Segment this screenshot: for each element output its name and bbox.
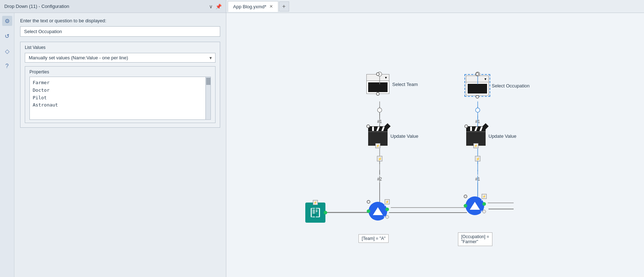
- list-values-dropdown-wrapper: Manually set values (Name:Value - one pe…: [25, 53, 216, 63]
- book-output-connector: [324, 211, 327, 214]
- select-occupation-label: Select Occupation: [492, 83, 530, 88]
- update-value-left-node[interactable]: ⚡ Update Value: [368, 126, 388, 146]
- sidebar-tag-icon[interactable]: ◇: [2, 46, 12, 56]
- condition-label-left: [Team] = "A": [358, 234, 389, 243]
- book-node[interactable]: ⚡: [305, 203, 325, 223]
- select-team-bottom-connector: [376, 92, 380, 96]
- properties-section: Properties Farmer Doctor Pilot Astronaut: [25, 66, 216, 123]
- left-panel: Drop Down (11) - Configuration ∨ 📌 ⚙ ↺ ◇…: [0, 0, 226, 277]
- filter-left-formula-connector: ⚡: [385, 199, 390, 204]
- list-values-dropdown[interactable]: Manually set values (Name:Value - one pe…: [25, 53, 216, 63]
- sidebar-undo-icon[interactable]: ↺: [2, 31, 12, 41]
- collapse-icon[interactable]: ∨: [209, 4, 213, 9]
- add-tab-button[interactable]: +: [279, 1, 289, 12]
- pin-icon[interactable]: 📌: [216, 4, 222, 9]
- svg-text:⚡: ⚡: [476, 157, 480, 161]
- tab-close-button[interactable]: ✕: [269, 4, 273, 9]
- sidebar-help-icon[interactable]: ?: [2, 61, 12, 71]
- filter-right-t-connector: [482, 202, 486, 206]
- filter-left-t-connector: [385, 208, 389, 211]
- filter-right-q-connector: [464, 195, 467, 198]
- update-value-right-id: #1: [475, 177, 480, 182]
- config-text-input[interactable]: [20, 26, 220, 37]
- filter-right-input-connector: [464, 204, 467, 208]
- svg-point-28: [476, 108, 480, 112]
- icon-sidebar: ⚙ ↺ ◇ ?: [0, 13, 14, 277]
- uv-right-q-connector: [464, 124, 468, 128]
- panel-title: Drop Down (11) - Configuration: [4, 4, 69, 9]
- list-values-title: List Values: [25, 45, 216, 50]
- right-panel: App Blog.yxmd* ✕ +: [226, 0, 644, 277]
- svg-rect-19: [315, 208, 316, 217]
- update-value-left-id: #2: [377, 177, 382, 182]
- config-question-label: Enter the text or question to be display…: [20, 18, 220, 23]
- canvas-svg: ⚡ ⚡: [226, 13, 644, 277]
- select-team-top-connector: [376, 72, 380, 76]
- uv-right-formula-connector: ⚡: [473, 143, 478, 148]
- canvas[interactable]: ▼ Select Team #1 ▼: [226, 13, 644, 277]
- filter-left-input-connector: [367, 209, 370, 213]
- book-top-connector: ⚡: [313, 200, 318, 205]
- svg-point-26: [377, 108, 382, 112]
- svg-rect-33: [377, 156, 382, 161]
- tab-bar: App Blog.yxmd* ✕ +: [226, 0, 644, 13]
- tab-label: App Blog.yxmd*: [233, 4, 267, 9]
- condition-text-right: [Occupation] ="Farmer": [461, 234, 489, 244]
- canvas-tab[interactable]: App Blog.yxmd* ✕: [228, 1, 278, 12]
- properties-title: Properties: [29, 69, 211, 74]
- select-team-id: #1: [377, 119, 382, 124]
- filter-left-node[interactable]: ⚡ T F: [369, 202, 387, 221]
- filter-right-f-connector: [482, 210, 486, 213]
- filter-right-formula-connector: ⚡: [482, 194, 487, 199]
- select-occupation-bottom-connector: [476, 95, 479, 99]
- scrollbar-track[interactable]: [206, 77, 211, 120]
- uv-left-q-connector: [366, 124, 370, 128]
- list-values-section: List Values Manually set values (Name:Va…: [20, 42, 220, 128]
- update-value-left-label: Update Value: [390, 133, 418, 139]
- panel-header-icons: ∨ 📌: [209, 4, 222, 9]
- config-content: Enter the text or question to be display…: [14, 13, 226, 277]
- scrollbar-thumb: [206, 78, 210, 85]
- properties-textarea[interactable]: Farmer Doctor Pilot Astronaut: [29, 77, 206, 120]
- book-icon: [309, 206, 321, 219]
- panel-sidebar: ⚙ ↺ ◇ ? Enter the text or question to be…: [0, 13, 226, 277]
- select-occupation-node[interactable]: ▼ Select Occupation: [464, 74, 490, 97]
- select-team-label: Select Team: [392, 81, 418, 87]
- filter-left-q-connector: [367, 200, 370, 204]
- condition-text-left: [Team] = "A": [362, 236, 385, 241]
- update-value-right-node[interactable]: ⚡ Update Value: [466, 126, 486, 146]
- canvas-connections: [226, 13, 644, 277]
- update-value-right-label: Update Value: [488, 133, 516, 139]
- svg-rect-20: [312, 208, 312, 217]
- condition-label-right: [Occupation] ="Farmer": [458, 232, 492, 246]
- svg-rect-35: [475, 156, 480, 161]
- properties-list-container: Farmer Doctor Pilot Astronaut: [29, 77, 211, 120]
- select-occupation-id: #1: [475, 119, 480, 124]
- svg-text:⚡: ⚡: [378, 157, 382, 161]
- uv-left-formula-connector: ⚡: [375, 143, 380, 148]
- filter-left-f-connector: [385, 215, 389, 219]
- filter-right-node[interactable]: ⚡ T F: [465, 196, 484, 215]
- select-occupation-top-connector: [476, 72, 479, 76]
- panel-header: Drop Down (11) - Configuration ∨ 📌: [0, 0, 226, 13]
- select-team-node[interactable]: ▼ Select Team: [366, 74, 389, 94]
- sidebar-gear-icon[interactable]: ⚙: [2, 16, 12, 26]
